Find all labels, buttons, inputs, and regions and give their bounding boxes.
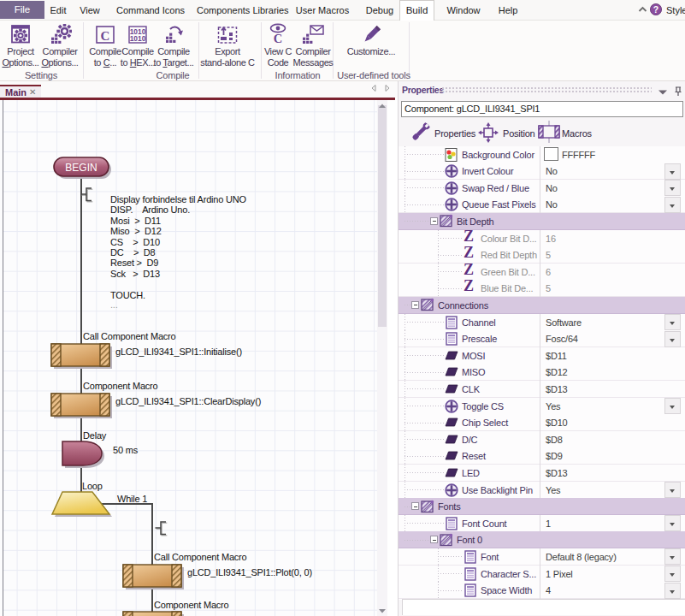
svg-text:C: C	[274, 32, 282, 44]
svg-text:1010: 1010	[130, 34, 146, 43]
svg-text:C: C	[101, 29, 110, 43]
svg-text:?: ?	[653, 4, 658, 15]
svg-text:BEGIN: BEGIN	[65, 162, 97, 174]
